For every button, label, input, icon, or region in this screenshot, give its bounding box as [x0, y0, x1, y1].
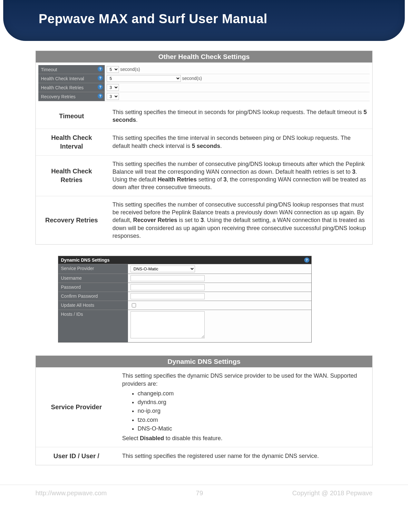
section-title: Dynamic DNS Settings	[36, 356, 372, 367]
field-unit: second(s)	[120, 67, 140, 72]
def-key: Timeout	[36, 104, 107, 129]
page-number: 79	[196, 489, 203, 497]
def-text: This setting specifies the number of con…	[107, 155, 372, 196]
update-all-hosts-checkbox[interactable]	[132, 303, 136, 307]
panel-title: Dynamic DNS Settings	[61, 257, 110, 263]
footer-url: http://www.pepwave.com	[35, 489, 107, 497]
field-label: Password	[58, 283, 128, 292]
service-provider-select[interactable]: DNS-O-Matic	[131, 266, 195, 272]
def-key: User ID / User /	[36, 447, 117, 465]
field-label: Username	[58, 274, 128, 283]
retries-select[interactable]: 3	[107, 84, 119, 91]
page-footer: http://www.pepwave.com 79 Copyright @ 20…	[0, 485, 408, 510]
field-label: Timeout	[41, 67, 57, 72]
password-input[interactable]	[131, 284, 205, 290]
def-text: This setting specifies the registered us…	[117, 447, 372, 465]
field-label: Update All Hosts	[58, 301, 128, 310]
help-icon[interactable]: ?	[98, 93, 103, 99]
def-key: Service Provider	[36, 367, 117, 447]
field-label: Recovery Retries	[41, 94, 75, 99]
def-key: Health Check Interval	[36, 129, 107, 155]
section-health-check: Other Health Check Settings Timeout? 5 s…	[35, 51, 373, 245]
def-text: This setting specifies the timeout in se…	[107, 104, 372, 129]
field-label: Confirm Password	[58, 292, 128, 301]
section-ddns: Dynamic DNS Settings Service Provider Th…	[35, 355, 373, 465]
timeout-select[interactable]: 5	[107, 66, 119, 73]
hosts-textarea[interactable]	[131, 311, 205, 338]
def-text: This setting specifies the time interval…	[107, 129, 372, 155]
help-icon[interactable]: ?	[98, 66, 103, 72]
field-label: Health Check Retries	[41, 85, 83, 90]
def-text: This setting specifies the dynamic DNS s…	[117, 367, 372, 447]
interval-select[interactable]: 5	[107, 75, 181, 82]
list-item: tzo.com	[138, 416, 367, 424]
def-key: Recovery Retries	[36, 196, 107, 244]
confirm-password-input[interactable]	[131, 293, 205, 299]
field-label: Service Provider	[58, 264, 128, 274]
def-key: Health Check Retries	[36, 155, 107, 196]
list-item: no-ip.org	[138, 407, 367, 415]
list-item: DNS-O-Matic	[138, 425, 367, 432]
page-title: Pepwave MAX and Surf User Manual	[3, 0, 405, 41]
help-icon[interactable]: ?	[98, 75, 103, 81]
list-item: dyndns.org	[138, 398, 367, 406]
def-text: This setting specifies the number of con…	[107, 196, 372, 244]
ui-screenshot-ddns: Dynamic DNS Settings? Service ProviderDN…	[58, 256, 312, 343]
help-icon[interactable]: ?	[304, 257, 309, 263]
username-input[interactable]	[131, 275, 205, 281]
field-label: Health Check Interval	[41, 76, 84, 81]
help-icon[interactable]: ?	[98, 84, 103, 90]
recovery-select[interactable]: 3	[107, 93, 119, 100]
list-item: changeip.com	[138, 390, 367, 397]
footer-copyright: Copyright @ 2018 Pepwave	[292, 489, 373, 497]
field-unit: second(s)	[182, 76, 202, 81]
field-label: Hosts / IDs	[58, 310, 128, 342]
ui-screenshot-health: Timeout? 5 second(s) Health Check Interv…	[36, 63, 372, 104]
section-title: Other Health Check Settings	[36, 51, 372, 63]
